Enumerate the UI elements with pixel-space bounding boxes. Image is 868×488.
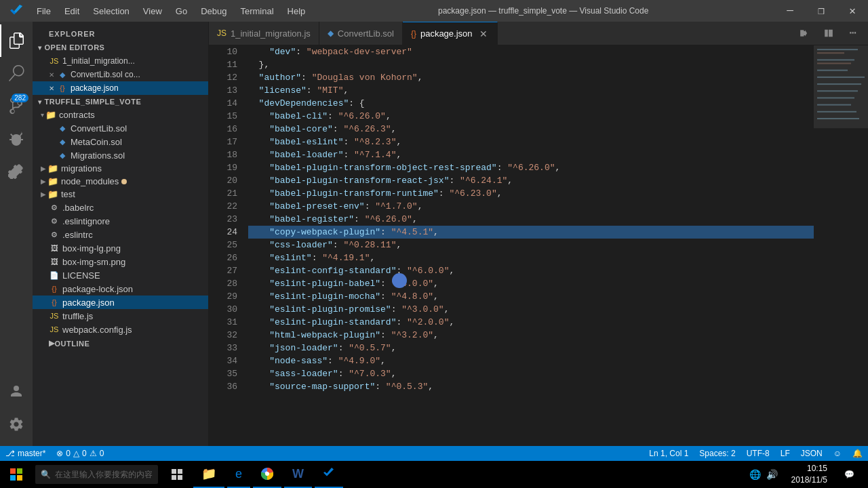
file-package-lock[interactable]: {} package-lock.json: [33, 282, 208, 296]
file-eslintignore[interactable]: ⚙ .eslintignore: [33, 214, 208, 228]
code-area[interactable]: "dev": "webpack-dev-server" }, "author":…: [243, 45, 814, 446]
time-display[interactable]: 10:15 2018/11/5: [786, 463, 833, 486]
start-button[interactable]: [3, 461, 30, 488]
chrome-icon: [261, 468, 273, 480]
layout-icon[interactable]: [819, 24, 838, 43]
feedback-item[interactable]: ☺: [828, 446, 847, 461]
code-line-21: "babel-plugin-transform-runtime": "^6.23…: [248, 187, 814, 200]
json-tab-icon: {}: [411, 29, 416, 39]
menu-go[interactable]: Go: [169, 3, 194, 19]
menu-edit[interactable]: Edit: [58, 3, 86, 19]
file-package-json[interactable]: {} package.json: [33, 296, 208, 309]
close-active-editor-icon[interactable]: ✕: [49, 85, 54, 92]
line-endings-item[interactable]: LF: [775, 446, 795, 461]
folder-contracts[interactable]: ▾ 📁 contracts: [33, 108, 208, 121]
menu-terminal[interactable]: Terminal: [233, 3, 280, 19]
activity-source-control[interactable]: 282: [0, 89, 33, 122]
project-section[interactable]: ▾ TRUFFLE_SIMPLE_VOTE: [33, 95, 208, 108]
menu-debug[interactable]: Debug: [194, 3, 233, 19]
open-editor-package[interactable]: ✕ {} package.json: [33, 81, 208, 95]
line-num: 32: [209, 329, 237, 342]
line-num: 36: [209, 380, 237, 393]
git-branch-item[interactable]: ⎇ master*: [0, 446, 51, 461]
svg-rect-21: [17, 475, 22, 481]
indentation-item[interactable]: Spaces: 2: [694, 446, 741, 461]
modified-indicator: [121, 179, 127, 184]
menu-help[interactable]: Help: [281, 3, 313, 19]
folder-node-modules[interactable]: ▶ 📁 node_modules: [33, 175, 208, 188]
menu-file[interactable]: File: [30, 3, 58, 19]
open-editor-migration[interactable]: JS 1_initial_migration...: [33, 54, 208, 68]
svg-rect-23: [178, 469, 182, 474]
close-button[interactable]: ✕: [837, 0, 868, 22]
file-explorer-icon: 📁: [201, 466, 216, 481]
folder-migrations[interactable]: ▶ 📁 migrations: [33, 162, 208, 175]
file-eslintrc[interactable]: ⚙ .eslintrc: [33, 228, 208, 241]
volume-icon[interactable]: 🔊: [766, 469, 778, 480]
js-tab-icon: JS: [217, 28, 226, 38]
errors-item[interactable]: ⊗ 0 △ 0 ⚠ 0: [51, 446, 109, 461]
split-editor-icon[interactable]: [795, 24, 814, 43]
minimap-svg: [814, 45, 868, 446]
minimize-button[interactable]: —: [774, 0, 806, 22]
activity-search[interactable]: [0, 57, 33, 89]
taskbar-edge[interactable]: e: [227, 461, 250, 488]
menu-selection[interactable]: Selection: [86, 3, 136, 19]
taskbar-vscode[interactable]: [315, 461, 343, 488]
file-metacoin[interactable]: ◆ MetaCoin.sol: [33, 135, 208, 148]
tab-convertlib[interactable]: ◆ ConvertLib.sol: [319, 22, 403, 45]
date-text: 2018/11/5: [791, 474, 827, 486]
folder-icon: 📁: [47, 189, 58, 199]
taskbar-file-explorer[interactable]: 📁: [193, 461, 224, 488]
file-license[interactable]: 📄 LICENSE: [33, 268, 208, 282]
tab-package-json[interactable]: {} package.json ✕: [403, 22, 498, 45]
activity-account[interactable]: [0, 375, 33, 408]
file-convertlib[interactable]: ◆ ConvertLib.sol: [33, 121, 208, 135]
encoding-text: UTF-8: [747, 449, 770, 458]
taskbar-word[interactable]: W: [284, 461, 312, 488]
outline-label: Outline: [55, 340, 90, 348]
tab-close-button[interactable]: ✕: [478, 28, 489, 39]
file-migrations-sol[interactable]: ◆ Migrations.sol: [33, 148, 208, 162]
line-num: 11: [209, 58, 237, 71]
sidebar: Explorer ▾ Open Editors JS 1_initial_mig…: [33, 22, 209, 446]
file-box-img-lg[interactable]: 🖼 box-img-lg.png: [33, 241, 208, 255]
more-actions-icon[interactable]: ⋯: [844, 24, 863, 43]
line-num: 24: [209, 226, 237, 239]
code-line-11: },: [248, 58, 814, 71]
file-babelrc[interactable]: ⚙ .babelrc: [33, 201, 208, 214]
activity-explorer[interactable]: [0, 24, 33, 57]
maximize-button[interactable]: ❒: [806, 0, 837, 22]
open-editors-section[interactable]: ▾ Open Editors: [33, 41, 208, 54]
file-label: LICENSE: [62, 270, 100, 281]
activity-extensions[interactable]: [0, 155, 33, 187]
svg-rect-17: [814, 45, 868, 128]
title-bar: File Edit Selection View Go Debug Termin…: [0, 0, 868, 22]
taskbar-search[interactable]: 🔍 在这里输入你要搜索的内容: [35, 465, 158, 484]
encoding-item[interactable]: UTF-8: [741, 446, 775, 461]
tab-label: package.json: [420, 28, 473, 39]
file-webpack[interactable]: JS webpack.config.js: [33, 323, 208, 336]
svg-rect-2: [825, 30, 828, 37]
tab-migration[interactable]: JS 1_initial_migration.js: [209, 22, 319, 45]
taskbar-chrome[interactable]: [253, 461, 281, 488]
code-line-26: "eslint": "^4.19.1",: [248, 251, 814, 264]
activity-debug[interactable]: [0, 122, 33, 155]
file-label: truffle.js: [62, 311, 93, 321]
dot-icon: ⚙: [49, 229, 60, 240]
notification-center[interactable]: 💬: [835, 461, 863, 488]
file-box-img-sm[interactable]: 🖼 box-img-sm.png: [33, 255, 208, 268]
activity-settings[interactable]: [0, 408, 33, 441]
menu-view[interactable]: View: [136, 3, 169, 19]
notifications-item[interactable]: 🔔: [847, 446, 868, 461]
close-editor-icon[interactable]: ✕: [49, 71, 54, 79]
file-truffle[interactable]: JS truffle.js: [33, 309, 208, 323]
folder-test[interactable]: ▶ 📁 test: [33, 188, 208, 201]
folder-label: migrations: [61, 163, 102, 174]
network-icon[interactable]: 🌐: [749, 469, 761, 480]
outline-section[interactable]: ▶ Outline: [33, 336, 208, 350]
language-mode-item[interactable]: JSON: [795, 446, 828, 461]
cursor-position-item[interactable]: Ln 1, Col 1: [644, 446, 694, 461]
open-editor-convertlib[interactable]: ✕ ◆ ConvertLib.sol co...: [33, 68, 208, 81]
task-view-button[interactable]: [163, 461, 191, 488]
